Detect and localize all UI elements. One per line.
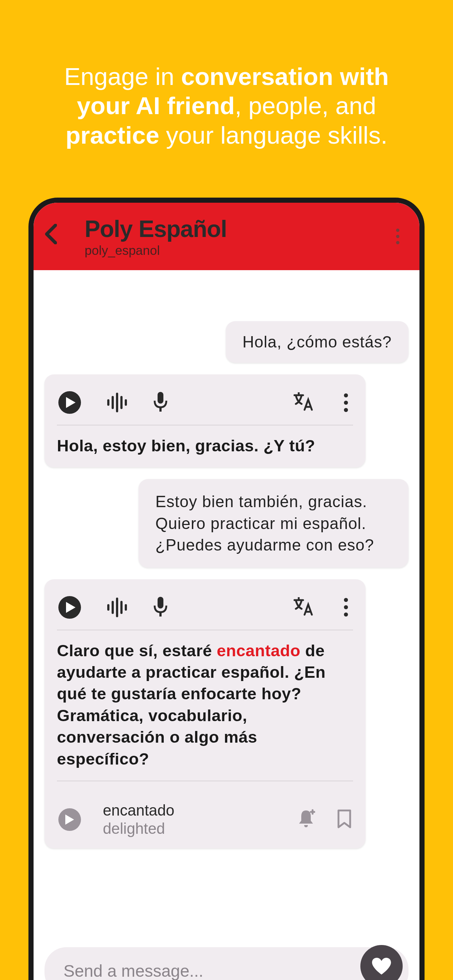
chat-title: Poly Español xyxy=(85,215,387,242)
svg-rect-2 xyxy=(158,597,163,608)
user-message[interactable]: Estoy bien también, gracias. Quiero prac… xyxy=(139,479,408,567)
user-message[interactable]: Hola, ¿cómo estás? xyxy=(226,321,408,363)
chat-area: Hola, ¿cómo estás? xyxy=(33,270,420,848)
message-toolbar xyxy=(57,590,353,630)
bookmark-icon[interactable] xyxy=(337,809,352,830)
play-button[interactable] xyxy=(58,391,81,414)
message-more-button[interactable] xyxy=(340,598,352,617)
vocab-row: encantado delighted xyxy=(57,791,353,837)
svg-rect-0 xyxy=(158,392,163,404)
input-placeholder: Send a message... xyxy=(64,961,204,980)
mic-icon[interactable] xyxy=(153,392,168,413)
highlighted-word[interactable]: encantado xyxy=(217,641,301,660)
message-toolbar xyxy=(57,385,353,425)
message-more-button[interactable] xyxy=(340,393,352,412)
message-text: Hola, ¿cómo estás? xyxy=(242,333,392,351)
divider xyxy=(57,425,353,425)
app-header: Poly Español poly_espanol xyxy=(33,203,420,270)
message-text: Claro que sí, estaré encantado de ayudar… xyxy=(57,640,353,770)
vocab-word: encantado xyxy=(103,802,275,819)
audio-wave-icon[interactable] xyxy=(107,393,127,412)
divider xyxy=(57,630,353,630)
header-titles: Poly Español poly_espanol xyxy=(85,215,387,258)
message-text: Estoy bien también, gracias. Quiero prac… xyxy=(155,493,374,554)
back-button[interactable] xyxy=(45,224,74,250)
vocab-translation: delighted xyxy=(103,820,275,837)
ai-message: Claro que sí, estaré encantado de ayudar… xyxy=(45,579,365,848)
svg-rect-1 xyxy=(160,407,161,412)
divider xyxy=(57,781,353,781)
vocab-play-button[interactable] xyxy=(58,808,81,831)
chat-subtitle: poly_espanol xyxy=(85,243,387,258)
audio-wave-icon[interactable] xyxy=(107,598,127,617)
vocab-words: encantado delighted xyxy=(103,802,275,837)
ai-message: Hola, estoy bien, gracias. ¿Y tú? xyxy=(45,374,365,468)
promo-headline: Engage in conversation with your AI frie… xyxy=(0,0,453,150)
translate-icon[interactable] xyxy=(293,392,314,413)
mic-icon[interactable] xyxy=(153,597,168,618)
translate-icon[interactable] xyxy=(293,597,314,617)
svg-rect-3 xyxy=(160,612,161,617)
message-text: Hola, estoy bien, gracias. ¿Y tú? xyxy=(57,435,353,457)
play-button[interactable] xyxy=(58,596,81,619)
phone-frame: Poly Español poly_espanol Hola, ¿cómo es… xyxy=(29,197,424,980)
message-input[interactable]: Send a message... xyxy=(45,947,408,980)
bell-add-icon[interactable] xyxy=(297,809,315,830)
header-more-button[interactable] xyxy=(387,229,408,244)
